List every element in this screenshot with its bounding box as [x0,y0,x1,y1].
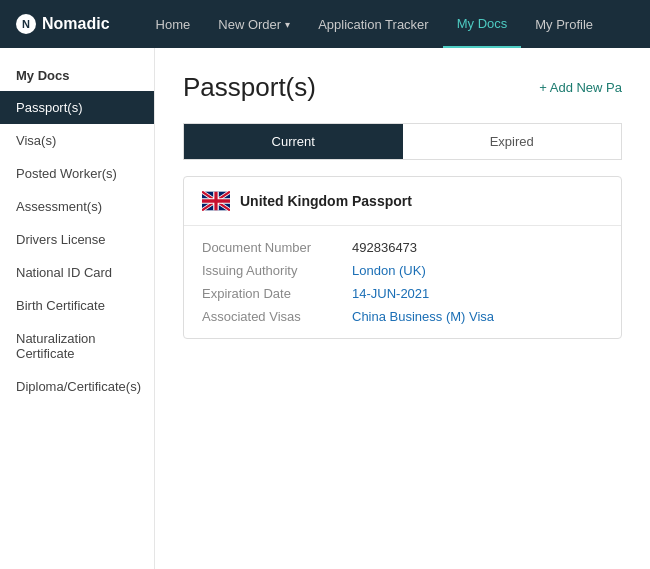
sidebar-title: My Docs [0,56,154,91]
sidebar-item-naturalization[interactable]: Naturalization Certificate [0,322,154,370]
passport-country-title: United Kingdom Passport [240,193,412,209]
field-label-expiration-date: Expiration Date [202,286,352,301]
navbar: Nomadic Home New Order ▾ Application Tra… [0,0,650,48]
brand-name: Nomadic [42,15,110,33]
page-title: Passport(s) [183,72,316,103]
sidebar-item-birth-cert[interactable]: Birth Certificate [0,289,154,322]
sidebar-item-posted-worker[interactable]: Posted Worker(s) [0,157,154,190]
tab-current[interactable]: Current [184,124,403,159]
nav-home[interactable]: Home [142,0,205,48]
sidebar-item-drivers-license[interactable]: Drivers License [0,223,154,256]
brand-logo[interactable]: Nomadic [16,14,110,34]
page-layout: My Docs Passport(s) Visa(s) Posted Worke… [0,48,650,569]
page-header: Passport(s) + Add New Pa [183,72,622,103]
nav-my-profile[interactable]: My Profile [521,0,607,48]
field-document-number: Document Number 492836473 [202,240,603,255]
passport-card-body: Document Number 492836473 Issuing Author… [184,226,621,338]
sidebar-item-assessment[interactable]: Assessment(s) [0,190,154,223]
field-value-expiration-date: 14-JUN-2021 [352,286,429,301]
field-expiration-date: Expiration Date 14-JUN-2021 [202,286,603,301]
field-value-document-number: 492836473 [352,240,417,255]
sidebar-item-passports[interactable]: Passport(s) [0,91,154,124]
sidebar: My Docs Passport(s) Visa(s) Posted Worke… [0,48,155,569]
field-label-associated-visas: Associated Visas [202,309,352,324]
field-associated-visas: Associated Visas China Business (M) Visa [202,309,603,324]
field-label-document-number: Document Number [202,240,352,255]
nav-links: Home New Order ▾ Application Tracker My … [142,0,634,48]
dropdown-arrow-icon: ▾ [285,19,290,30]
nav-new-order[interactable]: New Order ▾ [204,0,304,48]
uk-flag-icon [202,191,230,211]
field-value-issuing-authority: London (UK) [352,263,426,278]
sidebar-item-visas[interactable]: Visa(s) [0,124,154,157]
logo-icon [16,14,36,34]
field-label-issuing-authority: Issuing Authority [202,263,352,278]
nav-application-tracker[interactable]: Application Tracker [304,0,443,48]
passport-card: United Kingdom Passport Document Number … [183,176,622,339]
sidebar-item-diploma[interactable]: Diploma/Certificate(s) [0,370,154,403]
tabs-bar: Current Expired [183,123,622,160]
passport-card-header: United Kingdom Passport [184,177,621,226]
tab-expired[interactable]: Expired [403,124,622,159]
field-issuing-authority: Issuing Authority London (UK) [202,263,603,278]
sidebar-item-national-id[interactable]: National ID Card [0,256,154,289]
field-value-associated-visas: China Business (M) Visa [352,309,494,324]
nav-my-docs[interactable]: My Docs [443,0,522,48]
add-new-passport-link[interactable]: + Add New Pa [539,80,622,95]
main-content: Passport(s) + Add New Pa Current Expired… [155,48,650,569]
